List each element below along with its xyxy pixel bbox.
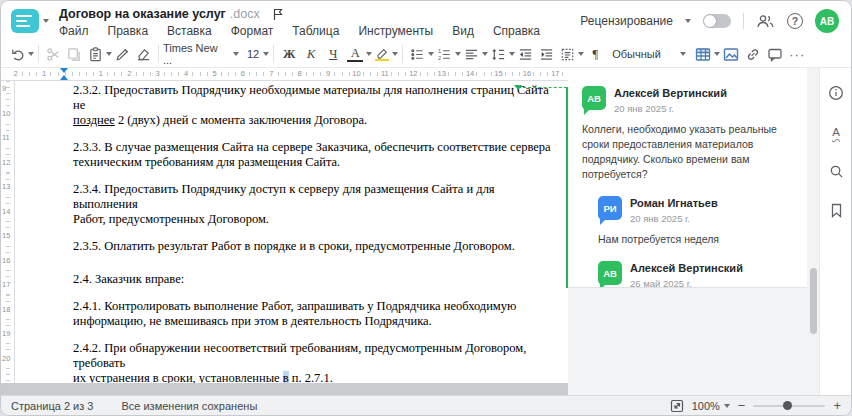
comment-author: Алексей Вертинский — [614, 86, 727, 100]
copy-button[interactable] — [64, 43, 85, 65]
ruler-horizontal[interactable]: 21123456789101112131415161718 — [15, 68, 607, 81]
insert-table-button[interactable] — [692, 43, 714, 65]
app-logo-icon[interactable] — [11, 9, 39, 33]
bold-button[interactable]: Ж — [278, 43, 300, 65]
logo-menu-caret-icon[interactable] — [43, 19, 49, 23]
document-page[interactable]: 2.3.2. Предоставить Подрядчику необходим… — [15, 81, 567, 383]
help-icon[interactable]: ? — [787, 13, 803, 29]
underline-button[interactable]: Ч — [322, 43, 344, 65]
italic-button[interactable]: К — [300, 43, 322, 65]
page-counter[interactable]: Страница 2 из 3 — [11, 400, 93, 412]
highlight-color-button[interactable] — [372, 43, 392, 65]
undo-button[interactable] — [7, 43, 28, 65]
highlight-caret-icon[interactable] — [392, 52, 398, 56]
menu-item-2[interactable]: Правка — [108, 24, 149, 38]
review-mode-caret-icon[interactable] — [685, 19, 691, 23]
comment[interactable]: АВАлексей Вертинский20 янв 2025 г.Коллег… — [582, 86, 797, 182]
zoom-slider[interactable] — [753, 405, 825, 407]
ruler-h-number: 17 — [549, 69, 561, 79]
first-line-indent-marker[interactable] — [60, 68, 68, 73]
ruler-vertical[interactable]: 91011121314151617181920 — [1, 81, 15, 383]
menu-item-8[interactable]: Справка — [493, 24, 540, 38]
font-color-button[interactable]: А — [344, 43, 366, 65]
menu-item-7[interactable]: Вид — [452, 24, 474, 38]
zoom-out-button[interactable]: − — [738, 400, 746, 412]
font-name-select[interactable]: Times New ... — [163, 42, 239, 66]
ruler-v-number: 9 — [2, 83, 6, 94]
ruler-v-number: 16 — [2, 255, 10, 266]
insert-comment-button[interactable] — [764, 43, 786, 65]
menu-item-5[interactable]: Таблица — [292, 24, 339, 38]
numbered-list-button[interactable]: 12 — [434, 43, 455, 65]
document-info-icon[interactable] — [827, 84, 845, 102]
zoom-level-select[interactable]: 100% — [692, 400, 730, 412]
fit-width-icon[interactable] — [670, 399, 684, 413]
zoom-in-button[interactable]: + — [833, 400, 841, 412]
ruler-h-number: 14 — [464, 69, 476, 79]
scrollbar-thumb[interactable] — [810, 268, 817, 334]
search-icon[interactable] — [827, 162, 845, 180]
menu-item-3[interactable]: Вставка — [167, 24, 212, 38]
bullet-list-button[interactable] — [407, 43, 428, 65]
copy-style-button[interactable] — [112, 43, 133, 65]
text-run: их устранения в сроки, установленные — [73, 371, 283, 383]
decrease-indent-button[interactable] — [515, 43, 536, 65]
bookmark-icon[interactable] — [827, 201, 845, 219]
nonprinting-chars-button[interactable]: ¶ — [584, 43, 606, 65]
ruler-h-number: 1 — [97, 69, 105, 79]
font-name-caret-icon[interactable] — [233, 52, 239, 56]
vertical-scrollbar[interactable] — [807, 68, 819, 395]
paragraph[interactable]: 2.3.4. Предоставить Подрядчику доступ к … — [73, 182, 551, 227]
svg-text:1: 1 — [438, 47, 441, 53]
left-indent-marker[interactable] — [60, 75, 68, 80]
font-size-select[interactable]: 12 — [247, 48, 269, 60]
review-toggle[interactable] — [703, 14, 731, 28]
comment-thread[interactable]: АВАлексей Вертинский20 янв 2025 г.Коллег… — [568, 68, 807, 288]
paragraph[interactable]: 2.3.3. В случае размещения Сайта на серв… — [73, 140, 551, 170]
text-run: информацию, не вмешиваясь при этом в дея… — [73, 314, 432, 328]
svg-text:2: 2 — [438, 55, 441, 61]
ruler-h-number: 6 — [239, 69, 247, 79]
insert-link-button[interactable] — [742, 43, 764, 65]
zoom-slider-knob[interactable] — [783, 401, 792, 410]
comment-date: 20 янв 2025 г. — [614, 103, 727, 114]
paragraph[interactable]: 2.4.1. Контролировать выполнение Работ, … — [73, 299, 551, 329]
style-caret-icon[interactable] — [680, 52, 686, 56]
paragraph[interactable]: 2.4. Заказчик вправе: — [73, 272, 551, 287]
align-button[interactable] — [461, 43, 482, 65]
comment-reply[interactable]: АВАлексей Вертинский26 май 2025 г.Роман … — [598, 261, 797, 288]
favorite-flag-icon[interactable] — [272, 8, 284, 21]
font-size-caret-icon[interactable] — [263, 52, 269, 56]
cut-button[interactable] — [43, 43, 64, 65]
paste-button[interactable] — [85, 43, 106, 65]
clear-style-button[interactable] — [133, 43, 154, 65]
undo-caret-icon[interactable] — [28, 52, 34, 56]
ruler-v-number: 11 — [2, 132, 10, 143]
spellcheck-icon[interactable]: А — [827, 123, 845, 141]
comment-date: 26 май 2025 г. — [630, 278, 743, 288]
paragraph-borders-button[interactable] — [557, 43, 578, 65]
increase-indent-button[interactable] — [536, 43, 557, 65]
collaborators-icon[interactable] — [756, 14, 775, 29]
menu-item-6[interactable]: Инструменты — [358, 24, 433, 38]
comment-avatar: АВ — [582, 86, 606, 110]
header-divider — [743, 13, 744, 29]
text-run: 2.3.2. Предоставить Подрядчику необходим… — [73, 83, 549, 112]
paragraph-style-select[interactable]: Обычный — [612, 48, 686, 60]
review-mode-label[interactable]: Рецензирование — [580, 14, 673, 28]
ruler-h-number: 13 — [436, 69, 448, 79]
comment-reply[interactable]: РИРоман Игнатьев20 янв 2025 г.Нам потреб… — [598, 196, 797, 247]
menu-item-1[interactable]: Файл — [59, 24, 89, 38]
line-spacing-button[interactable] — [488, 43, 509, 65]
insert-image-button[interactable] — [720, 43, 742, 65]
more-tools-button[interactable]: ··· — [786, 43, 808, 65]
comment-avatar: РИ — [598, 196, 622, 220]
paragraph[interactable]: 2.4.2. При обнаружении несоответствий тр… — [73, 341, 551, 383]
document-text[interactable]: 2.3.2. Предоставить Подрядчику необходим… — [73, 83, 551, 383]
paragraph[interactable]: 2.3.2. Предоставить Подрядчику необходим… — [73, 83, 551, 128]
user-avatar[interactable]: АВ — [815, 9, 839, 33]
paragraph[interactable]: 2.3.5. Оплатить результат Работ в порядк… — [73, 239, 551, 254]
zoom-caret-icon[interactable] — [724, 404, 730, 408]
ruler-h-number: 8 — [296, 69, 304, 79]
menu-item-4[interactable]: Формат — [231, 24, 274, 38]
